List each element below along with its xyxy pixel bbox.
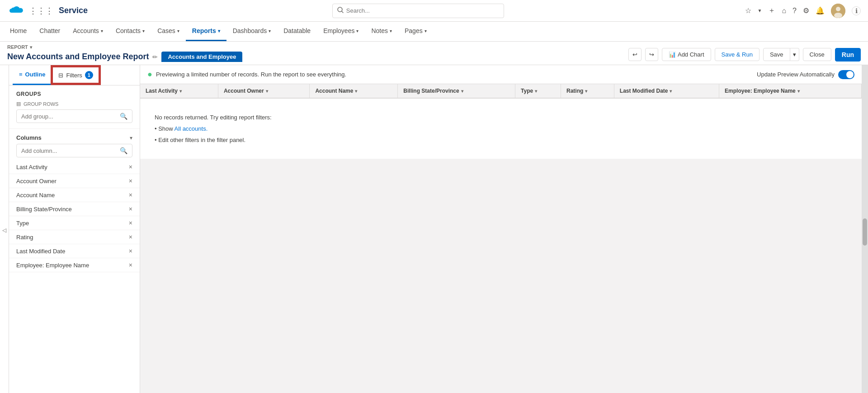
run-button[interactable]: Run xyxy=(835,48,861,62)
th-chevron-last-activity: ▾ xyxy=(179,89,182,94)
nav-reports-chevron: ▾ xyxy=(218,28,220,33)
save-button[interactable]: Save xyxy=(763,48,790,61)
column-label-last-modified-date: Last Modified Date xyxy=(16,248,65,255)
remove-employee-name[interactable]: × xyxy=(129,261,132,269)
tab-outline[interactable]: ≡ Outline xyxy=(13,65,52,85)
columns-dropdown-icon[interactable]: ▾ xyxy=(130,135,132,141)
svg-line-1 xyxy=(342,11,343,13)
column-label-rating: Rating xyxy=(16,234,33,241)
column-item-account-name: Account Name × xyxy=(9,188,140,202)
undo-button[interactable]: ↩ xyxy=(628,48,642,61)
star-dropdown-icon[interactable]: ▼ xyxy=(758,8,762,13)
nav-datatable[interactable]: Datatable xyxy=(277,22,317,41)
top-bar-center xyxy=(91,4,745,18)
th-chevron-last-modified-date: ▾ xyxy=(670,89,672,94)
th-last-activity[interactable]: Last Activity ▾ xyxy=(140,84,218,98)
remove-rating[interactable]: × xyxy=(129,233,132,241)
remove-type[interactable]: × xyxy=(129,219,132,227)
tab-outline-label: Outline xyxy=(25,71,46,78)
svg-point-4 xyxy=(834,13,842,18)
nav-notes[interactable]: Notes ▾ xyxy=(365,22,398,41)
nav-reports-label: Reports xyxy=(192,27,216,34)
nav-accounts[interactable]: Accounts ▾ xyxy=(66,22,109,41)
empty-line1: No records returned. Try editing report … xyxy=(155,114,847,121)
nav-bar: Home Chatter Accounts ▾ Contacts ▾ Cases… xyxy=(0,22,868,42)
app-dots[interactable]: ⋮⋮⋮ xyxy=(29,6,53,16)
nav-chatter[interactable]: Chatter xyxy=(33,22,66,41)
th-employee-name[interactable]: Employee: Employee Name ▾ xyxy=(719,84,862,98)
home-icon[interactable]: ⌂ xyxy=(782,7,786,15)
search-input[interactable] xyxy=(346,7,499,14)
all-accounts-link[interactable]: All accounts. xyxy=(175,125,208,132)
remove-billing-state[interactable]: × xyxy=(129,205,132,213)
nav-pages[interactable]: Pages ▾ xyxy=(398,22,433,41)
right-scrollbar[interactable] xyxy=(862,65,868,393)
th-last-modified-date[interactable]: Last Modified Date ▾ xyxy=(614,84,719,98)
th-chevron-employee-name: ▾ xyxy=(797,89,800,94)
left-panel: ≡ Outline ⊟ Filters 1 Groups ▤ GROUP ROW… xyxy=(9,65,140,393)
add-column-box[interactable]: Add column... 🔍 xyxy=(16,144,132,157)
nav-reports[interactable]: Reports ▾ xyxy=(186,22,226,41)
gear-icon[interactable]: ⚙ xyxy=(803,6,809,15)
edit-icon[interactable]: ✏ xyxy=(152,53,158,61)
column-label-type: Type xyxy=(16,220,29,227)
remove-account-owner[interactable]: × xyxy=(129,177,132,185)
add-group-placeholder: Add group... xyxy=(21,113,53,120)
plus-icon[interactable]: ＋ xyxy=(768,6,775,15)
nav-home-label: Home xyxy=(10,27,27,34)
th-type[interactable]: Type ▾ xyxy=(515,84,561,98)
th-account-owner[interactable]: Account Owner ▾ xyxy=(218,84,310,98)
save-button-group: Save ▾ xyxy=(763,48,799,61)
preview-text: Previewing a limited number of records. … xyxy=(156,71,346,78)
nav-home[interactable]: Home xyxy=(4,22,33,41)
nav-notes-chevron: ▾ xyxy=(390,28,392,33)
app-name: Service xyxy=(59,6,88,15)
auto-update-toggle[interactable] xyxy=(838,70,854,79)
nav-notes-label: Notes xyxy=(371,27,388,34)
redo-button[interactable]: ↪ xyxy=(645,48,658,61)
nav-cases[interactable]: Cases ▾ xyxy=(151,22,186,41)
report-label-dropdown[interactable]: ▾ xyxy=(30,45,32,50)
nav-employees-label: Employees xyxy=(323,27,354,34)
nav-contacts[interactable]: Contacts ▾ xyxy=(109,22,151,41)
remove-last-activity[interactable]: × xyxy=(129,163,132,170)
column-item-rating: Rating × xyxy=(9,230,140,244)
empty-bullet2: • Edit other filters in the filter panel… xyxy=(155,137,847,143)
save-run-button[interactable]: Save & Run xyxy=(715,48,760,61)
remove-last-modified-date[interactable]: × xyxy=(129,247,132,255)
main-content: ◁ ≡ Outline ⊟ Filters 1 Groups xyxy=(0,65,868,393)
question-icon[interactable]: ? xyxy=(793,7,797,15)
add-chart-button[interactable]: 📊 Add Chart xyxy=(662,48,711,61)
report-tab[interactable]: Accounts and Employee xyxy=(161,52,242,62)
nav-contacts-label: Contacts xyxy=(116,27,141,34)
th-rating[interactable]: Rating ▾ xyxy=(561,84,614,98)
info-icon[interactable]: ℹ xyxy=(852,6,861,15)
nav-employees[interactable]: Employees ▾ xyxy=(317,22,365,41)
th-account-name[interactable]: Account Name ▾ xyxy=(310,84,398,98)
nav-contacts-chevron: ▾ xyxy=(142,28,145,33)
scrollbar-thumb xyxy=(863,218,867,246)
nav-employees-chevron: ▾ xyxy=(356,28,359,33)
column-label-employee-name: Employee: Employee Name xyxy=(16,262,89,269)
nav-accounts-chevron: ▾ xyxy=(101,28,103,33)
nav-cases-label: Cases xyxy=(157,27,175,34)
close-button[interactable]: Close xyxy=(803,48,831,61)
collapse-handle[interactable]: ◁ xyxy=(0,65,9,393)
column-label-account-owner: Account Owner xyxy=(16,178,57,185)
add-group-box[interactable]: Add group... 🔍 xyxy=(16,109,132,123)
tab-filters[interactable]: ⊟ Filters 1 xyxy=(52,66,99,84)
table-icon: ▤ xyxy=(16,101,21,107)
save-dropdown-button[interactable]: ▾ xyxy=(790,48,799,61)
nav-dashboards[interactable]: Dashboards ▾ xyxy=(226,22,278,41)
th-chevron-rating: ▾ xyxy=(585,89,587,94)
column-list: Last Activity × Account Owner × Account … xyxy=(9,160,140,272)
nav-chatter-label: Chatter xyxy=(39,27,60,34)
star-icon[interactable]: ☆ xyxy=(745,6,751,15)
bell-icon[interactable]: 🔔 xyxy=(816,6,825,15)
remove-account-name[interactable]: × xyxy=(129,191,132,199)
avatar[interactable] xyxy=(831,4,845,18)
column-label-last-activity: Last Activity xyxy=(16,164,47,170)
filter-icon: ⊟ xyxy=(58,72,63,79)
outline-icon: ≡ xyxy=(19,71,23,78)
th-billing-state[interactable]: Billing State/Province ▾ xyxy=(398,84,515,98)
